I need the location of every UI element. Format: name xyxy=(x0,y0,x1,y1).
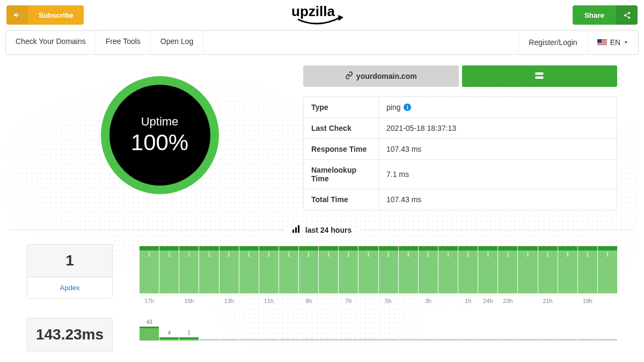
bar: 1 xyxy=(339,246,358,293)
apdex-label[interactable]: Apdex xyxy=(27,277,112,298)
bar: 4 xyxy=(159,337,179,341)
bar xyxy=(379,339,398,341)
bar: 1 xyxy=(239,246,259,293)
bar: 1 xyxy=(419,246,438,293)
svg-rect-9 xyxy=(295,227,297,233)
info-label: Response Time xyxy=(304,139,379,159)
x-tick xyxy=(518,295,537,305)
svg-point-1 xyxy=(628,12,630,14)
bar: 1 xyxy=(438,246,458,293)
bar xyxy=(538,339,558,341)
tab-server[interactable] xyxy=(462,65,618,87)
x-tick xyxy=(358,295,378,305)
bar xyxy=(358,339,378,341)
nav-register-login[interactable]: Register/Login xyxy=(518,32,587,53)
x-tick: 9h xyxy=(299,295,318,305)
bar xyxy=(419,339,438,341)
apdex-bar-chart: 111111111111111111111111 xyxy=(140,244,617,293)
section-title: last 24 hours xyxy=(305,226,352,234)
bar xyxy=(518,339,537,341)
bar: 1 xyxy=(578,246,597,293)
bar xyxy=(578,339,597,341)
language-selector[interactable]: EN ▼ xyxy=(587,31,638,54)
x-tick xyxy=(279,295,298,305)
x-tick xyxy=(319,295,338,305)
bar xyxy=(438,339,458,341)
x-tick xyxy=(399,295,418,305)
x-tick: 17h xyxy=(140,295,159,305)
x-tick: 11h xyxy=(259,295,279,305)
info-value: 2021-05-18 18:37:13 xyxy=(379,118,464,138)
svg-rect-8 xyxy=(292,230,294,233)
x-tick: 5h xyxy=(379,295,398,305)
info-label: Namelookup Time xyxy=(304,160,379,189)
x-tick: 13h xyxy=(219,295,239,305)
latency-bar-chart: 4341 xyxy=(140,324,617,341)
info-icon[interactable]: i xyxy=(404,104,411,111)
tab-domain-label: yourdomain.com xyxy=(356,72,417,80)
bar xyxy=(199,339,218,341)
link-icon xyxy=(345,71,353,81)
bar: 1 xyxy=(379,246,398,293)
svg-point-6 xyxy=(537,73,538,74)
bar: 1 xyxy=(259,246,279,293)
bar: 1 xyxy=(219,246,239,293)
subscribe-label: Subscribe xyxy=(28,11,84,19)
language-code: EN xyxy=(610,38,620,47)
nav-open-log[interactable]: Open Log xyxy=(151,31,204,54)
bar xyxy=(399,339,418,341)
uptime-gauge: Uptime 100% xyxy=(101,76,219,194)
flag-us-icon xyxy=(597,39,607,46)
x-tick: 1h xyxy=(458,295,478,305)
bar: 1 xyxy=(458,246,478,293)
x-tick xyxy=(598,295,617,305)
apdex-card: 1 Apdex xyxy=(27,244,113,299)
x-tick: 24h xyxy=(478,295,497,305)
svg-rect-10 xyxy=(298,225,299,233)
info-label: Total Time xyxy=(304,189,379,210)
x-tick xyxy=(199,295,218,305)
bar: 1 xyxy=(399,246,418,293)
bar: 1 xyxy=(199,246,218,293)
bar xyxy=(339,339,358,341)
bar: 1 xyxy=(498,246,517,293)
latency-card: 143.23ms xyxy=(27,318,113,351)
bar: 1 xyxy=(159,246,179,293)
bar: 1 xyxy=(179,246,199,293)
bar: 1 xyxy=(319,246,338,293)
bar-chart-icon xyxy=(292,225,301,234)
x-tick: 21h xyxy=(538,295,558,305)
x-tick xyxy=(159,295,179,305)
tab-domain[interactable]: yourdomain.com xyxy=(303,65,459,87)
x-tick xyxy=(558,295,577,305)
share-icon xyxy=(616,5,638,25)
subscribe-button[interactable]: Subscribe xyxy=(6,5,84,25)
chevron-down-icon: ▼ xyxy=(624,40,628,45)
share-button[interactable]: Share xyxy=(573,5,638,25)
bar xyxy=(239,339,259,341)
info-value: pingi xyxy=(379,97,419,117)
bar xyxy=(458,339,478,341)
info-value: 7.1 ms xyxy=(379,160,416,189)
apdex-value: 1 xyxy=(27,245,112,277)
svg-point-7 xyxy=(537,77,538,78)
bar xyxy=(299,339,318,341)
bar xyxy=(498,339,517,341)
x-tick: 15h xyxy=(179,295,199,305)
svg-text:upzilla: upzilla xyxy=(291,3,335,19)
navbar: Check Your Domains Free Tools Open Log R… xyxy=(5,30,639,55)
info-value: 107.43 ms xyxy=(379,139,429,159)
logo: upzilla xyxy=(287,3,357,27)
nav-free-tools[interactable]: Free Tools xyxy=(96,31,151,54)
share-label: Share xyxy=(573,11,616,19)
server-icon xyxy=(535,71,544,82)
nav-check-domains[interactable]: Check Your Domains xyxy=(6,31,96,54)
megaphone-icon xyxy=(6,5,28,25)
bar xyxy=(259,339,279,341)
info-label: Last Check xyxy=(304,118,379,138)
info-table: TypepingiLast Check2021-05-18 18:37:13Re… xyxy=(303,97,617,210)
info-label: Type xyxy=(304,97,379,117)
bar xyxy=(319,339,338,341)
bar xyxy=(219,339,239,341)
uptime-label: Uptime xyxy=(141,115,179,129)
